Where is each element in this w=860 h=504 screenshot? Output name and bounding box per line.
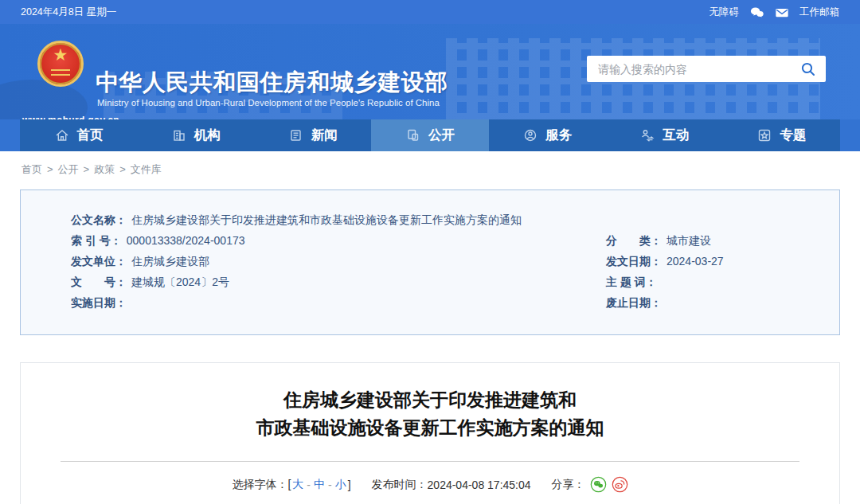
breadcrumb-disclosure[interactable]: 公开: [58, 163, 79, 175]
publish-time-label: 发布时间：: [372, 478, 428, 492]
organization-icon: [171, 127, 187, 143]
current-date: 2024年4月8日 星期一: [21, 6, 116, 19]
nav-label: 互动: [663, 127, 689, 144]
meta-row-issue-date: 发文日期：2024-03-27: [606, 251, 839, 272]
nav-label: 专题: [780, 127, 806, 144]
national-emblem-logo[interactable]: ★: [37, 41, 84, 87]
nav-item-interaction[interactable]: 互动: [606, 119, 723, 151]
nav-label: 服务: [545, 127, 572, 144]
meta-row-doc-name: 公文名称：住房城乡建设部关于印发推进建筑和市政基础设施设备更新工作实施方案的通知: [71, 209, 839, 230]
nav-item-topics[interactable]: 专题: [723, 119, 840, 151]
share-label: 分享：: [552, 478, 585, 492]
font-size-large[interactable]: 大: [292, 478, 303, 492]
site-header: ★ www.mohurd.gov.cn 中华人民共和国住房和城乡建设部 Mini…: [0, 24, 860, 119]
site-title: 中华人民共和国住房和城乡建设部: [96, 67, 448, 99]
document-meta-panel: 公文名称：住房城乡建设部关于印发推进建筑和市政基础设施设备更新工作实施方案的通知…: [20, 189, 840, 335]
service-icon: [522, 127, 538, 143]
home-icon: [54, 127, 70, 143]
article-title: 住房城乡建设部关于印发推进建筑和 市政基础设施设备更新工作实施方案的通知: [21, 386, 839, 442]
meta-row-subject-words: 主 题 词：: [606, 272, 839, 292]
meta-row-category: 分 类：城市建设: [606, 230, 839, 251]
mail-icon: [775, 6, 789, 18]
meta-row-repeal-date: 废止日期：: [606, 292, 839, 313]
emblem-gate-icon: [51, 69, 70, 76]
site-url: www.mohurd.gov.cn: [22, 115, 119, 119]
breadcrumb: 首页>公开>政策>文件库: [0, 151, 860, 189]
accessibility-link[interactable]: 无障碍: [710, 6, 740, 19]
breadcrumb-home[interactable]: 首页: [22, 163, 42, 175]
site-subtitle: Ministry of Housing and Urban-Rural Deve…: [97, 98, 440, 107]
share-weibo-icon[interactable]: [612, 476, 628, 493]
news-icon: [288, 127, 304, 143]
nav-item-home[interactable]: 首页: [20, 119, 137, 151]
nav-label: 公开: [428, 127, 455, 144]
work-mailbox-link[interactable]: 工作邮箱: [799, 6, 839, 19]
nav-label: 首页: [77, 127, 104, 144]
meta-row-doc-no: 文 号：建城规〔2024〕2号: [71, 272, 606, 292]
disclosure-icon: [405, 127, 421, 143]
font-size-small[interactable]: 小: [335, 478, 346, 492]
nav-label: 新闻: [311, 127, 338, 144]
breadcrumb-library[interactable]: 文件库: [131, 163, 162, 175]
share-wechat-icon[interactable]: [590, 476, 607, 493]
search-box: [587, 56, 826, 82]
title-divider: [61, 461, 799, 462]
tree-backdrop: [0, 80, 88, 119]
font-size-medium[interactable]: 中: [314, 478, 325, 492]
breadcrumb-policy[interactable]: 政策: [94, 163, 115, 175]
search-icon[interactable]: [799, 60, 818, 79]
meta-row-issuing-unit: 发文单位：住房城乡建设部: [71, 251, 606, 272]
article-info-bar: 选择字体：[大-中-小] 发布时间： 2024-04-08 17:45:04 分…: [21, 476, 839, 493]
interaction-icon: [639, 127, 655, 143]
nav-item-news[interactable]: 新闻: [254, 119, 371, 151]
font-select-label: 选择字体：[: [232, 478, 291, 492]
nav-item-organization[interactable]: 机构: [137, 119, 254, 151]
publish-time-value: 2024-04-08 17:45:04: [428, 479, 531, 491]
meta-row-index-no: 索 引 号：000013338/2024-00173: [71, 230, 606, 251]
top-utility-bar: 2024年4月8日 星期一 无障碍 工作邮箱: [0, 0, 860, 24]
search-input[interactable]: [598, 63, 799, 76]
main-navigation: 首页 机构 新闻 公开 服务: [0, 119, 860, 151]
nav-item-service[interactable]: 服务: [489, 119, 606, 151]
emblem-star-icon: ★: [40, 46, 81, 63]
wechat-icon[interactable]: [749, 6, 764, 18]
nav-item-disclosure[interactable]: 公开: [371, 119, 488, 151]
article-panel: 住房城乡建设部关于印发推进建筑和 市政基础设施设备更新工作实施方案的通知 选择字…: [20, 362, 840, 504]
nav-label: 机构: [194, 127, 221, 144]
meta-row-effective-date: 实施日期：: [71, 292, 606, 313]
topic-icon: [756, 127, 772, 143]
